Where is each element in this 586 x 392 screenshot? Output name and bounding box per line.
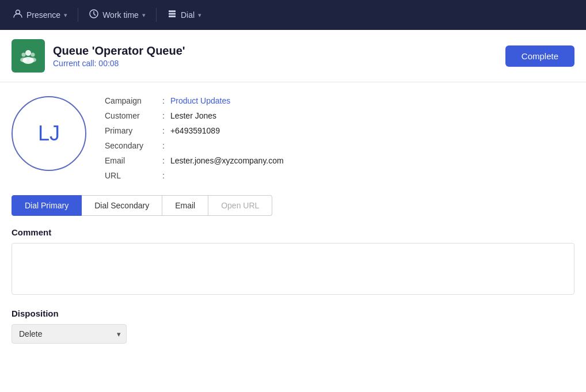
svg-rect-6 — [171, 13, 173, 15]
svg-rect-3 — [171, 10, 173, 12]
value-primary: +6493591089 — [170, 126, 220, 135]
complete-button[interactable]: Complete — [505, 45, 574, 67]
svg-point-15 — [31, 53, 35, 57]
main-content: Queue 'Operator Queue' Current call: 00:… — [0, 30, 586, 392]
label-secondary: Secondary — [105, 141, 162, 150]
open-url-button: Open URL — [208, 195, 272, 216]
svg-point-16 — [29, 58, 36, 62]
presence-chevron: ▾ — [64, 12, 67, 19]
nav-divider-1 — [78, 8, 78, 22]
queue-header: Queue 'Operator Queue' Current call: 00:… — [0, 30, 586, 82]
dial-icon — [167, 9, 177, 21]
worktime-chevron: ▾ — [142, 12, 146, 19]
worktime-icon — [89, 9, 99, 21]
disposition-section: Disposition Delete Callback Completed No… — [0, 309, 586, 355]
colon-secondary: : — [162, 141, 165, 150]
nav-divider-2 — [156, 8, 157, 22]
contact-row-secondary: Secondary : — [105, 141, 574, 150]
queue-subtitle: Current call: 00:08 — [53, 59, 505, 68]
svg-rect-4 — [173, 10, 176, 12]
svg-point-14 — [20, 58, 27, 62]
navbar: Presence ▾ Work time ▾ — [0, 0, 586, 30]
dial-label: Dial — [181, 10, 195, 20]
svg-point-13 — [22, 53, 26, 57]
dial-primary-button[interactable]: Dial Primary — [12, 195, 82, 216]
value-email: Lester.jones@xyzcompany.com — [170, 156, 284, 165]
colon-email: : — [162, 156, 165, 165]
action-buttons: Dial Primary Dial Secondary Email Open U… — [0, 195, 586, 227]
contact-row-campaign: Campaign : Product Updates — [105, 96, 574, 105]
colon-url: : — [162, 171, 165, 180]
svg-rect-2 — [169, 10, 171, 12]
nav-presence[interactable]: Presence ▾ — [7, 5, 73, 25]
nav-dial[interactable]: Dial ▾ — [161, 5, 207, 25]
disposition-select-wrapper: Delete Callback Completed No Answer ▾ — [12, 324, 127, 344]
svg-rect-10 — [173, 16, 176, 17]
contact-avatar: LJ — [12, 96, 86, 171]
svg-rect-8 — [169, 16, 171, 17]
comment-textarea[interactable] — [12, 243, 574, 295]
comment-section: Comment — [0, 227, 586, 309]
label-customer: Customer — [105, 111, 162, 120]
dial-secondary-button[interactable]: Dial Secondary — [82, 195, 162, 216]
label-email: Email — [105, 156, 162, 165]
contact-section: LJ Campaign : Product Updates Customer :… — [0, 82, 586, 195]
presence-label: Presence — [26, 10, 60, 20]
presence-icon — [13, 9, 23, 21]
colon-campaign: : — [162, 96, 165, 105]
current-call-prefix: Current call: — [53, 59, 98, 68]
queue-avatar — [12, 39, 45, 73]
contact-row-url: URL : — [105, 171, 574, 180]
label-url: URL — [105, 171, 162, 180]
contact-row-primary: Primary : +6493591089 — [105, 126, 574, 135]
queue-info: Queue 'Operator Queue' Current call: 00:… — [53, 44, 505, 68]
colon-customer: : — [162, 111, 165, 120]
svg-rect-9 — [171, 16, 173, 17]
contact-row-email: Email : Lester.jones@xyzcompany.com — [105, 156, 574, 165]
worktime-label: Work time — [102, 10, 139, 20]
contact-row-customer: Customer : Lester Jones — [105, 111, 574, 120]
dial-chevron: ▾ — [198, 12, 201, 19]
comment-label: Comment — [12, 227, 574, 237]
value-campaign[interactable]: Product Updates — [170, 96, 230, 105]
svg-rect-7 — [173, 13, 176, 15]
disposition-select[interactable]: Delete Callback Completed No Answer — [12, 324, 127, 344]
nav-worktime[interactable]: Work time ▾ — [83, 5, 151, 25]
email-button[interactable]: Email — [162, 195, 208, 216]
value-customer: Lester Jones — [170, 111, 216, 120]
current-call-time: 00:08 — [98, 59, 119, 68]
label-campaign: Campaign — [105, 96, 162, 105]
svg-point-11 — [25, 50, 31, 56]
disposition-label: Disposition — [12, 309, 574, 318]
label-primary: Primary — [105, 126, 162, 135]
svg-rect-5 — [169, 13, 171, 15]
queue-title: Queue 'Operator Queue' — [53, 44, 505, 58]
colon-primary: : — [162, 126, 165, 135]
contact-details: Campaign : Product Updates Customer : Le… — [105, 96, 574, 186]
